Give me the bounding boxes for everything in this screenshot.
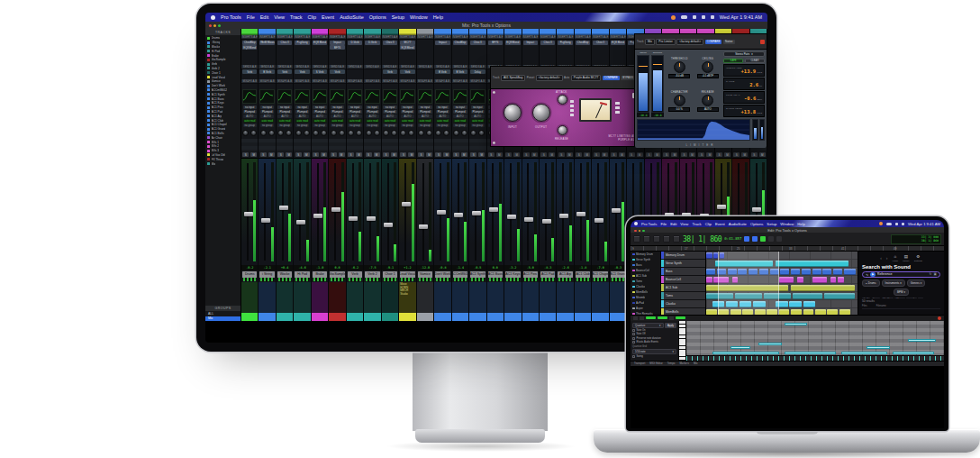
release-knob[interactable] [558, 125, 567, 135]
record-button[interactable] [776, 236, 782, 242]
eq-curve-thumbnail[interactable] [313, 89, 327, 104]
mute-button[interactable]: M [706, 152, 712, 157]
insert-slot[interactable] [295, 55, 309, 60]
secondary-counter[interactable]: 0:41.857 [724, 237, 741, 242]
play-reference-button[interactable]: ▶ [870, 272, 876, 278]
solo-button[interactable]: S [646, 152, 652, 157]
track-name-plate[interactable]: Drums [242, 271, 257, 278]
drums-filter-button[interactable]: ≡Drums [862, 279, 880, 287]
comments-block[interactable] [434, 282, 450, 313]
meter-mode-buttons[interactable] [615, 102, 620, 114]
audio-clip[interactable] [822, 269, 831, 275]
track-header[interactable]: AC1 Sub [661, 284, 705, 292]
pan-knob-right[interactable] [408, 130, 414, 136]
fader-handle[interactable] [402, 202, 411, 206]
mute-button[interactable]: M [724, 152, 730, 157]
insert-slot[interactable] [488, 55, 503, 60]
track-color-header[interactable] [294, 29, 310, 35]
output-assignment[interactable]: Plumped [348, 110, 361, 114]
midi-clip-badge[interactable] [658, 316, 667, 320]
control-center-icon[interactable] [902, 223, 904, 225]
pan-knob-left[interactable] [366, 130, 372, 136]
menu-item[interactable]: Event [715, 222, 725, 226]
solo-button[interactable]: S [663, 152, 669, 157]
pan-knob-right[interactable] [443, 130, 449, 136]
knob-value[interactable]: 0.0 % [668, 107, 690, 112]
pan-knob-left[interactable] [453, 130, 459, 136]
fader-handle[interactable] [576, 212, 585, 216]
send-slot[interactable]: Verb [295, 69, 309, 74]
solo-button[interactable]: S [418, 152, 424, 157]
fader-handle[interactable] [717, 205, 726, 209]
knob-value[interactable]: -0.1 dBTP [697, 74, 719, 78]
comments-block[interactable] [452, 282, 468, 313]
insert-slot[interactable] [259, 45, 274, 50]
insert-slot[interactable] [470, 45, 485, 50]
track-color-header[interactable] [347, 29, 363, 35]
window-traffic-lights[interactable] [209, 24, 221, 27]
solo-button[interactable]: S [313, 152, 319, 157]
input-assignment[interactable]: no input [277, 105, 291, 110]
track-name-plate[interactable]: Lead Vocal [400, 271, 414, 278]
track-color-header[interactable] [382, 29, 398, 35]
mute-button[interactable]: M [304, 152, 310, 157]
solo-button[interactable]: S [260, 152, 267, 157]
smart-tool-icon[interactable] [673, 235, 680, 243]
send-slot[interactable] [295, 84, 309, 88]
comments-block[interactable] [364, 282, 380, 313]
input-knob[interactable] [504, 104, 522, 122]
audio-clip[interactable] [833, 269, 842, 275]
insert-slot[interactable] [488, 45, 503, 50]
menu-item[interactable]: Track [290, 14, 303, 20]
pan-knob-left[interactable] [331, 130, 337, 136]
audio-clip[interactable] [844, 269, 856, 275]
trim-tool-icon[interactable] [643, 235, 650, 243]
insert-slot[interactable] [330, 50, 344, 55]
input-assignment[interactable]: no input [313, 105, 326, 110]
solo-button[interactable]: S [576, 152, 582, 157]
send-slot[interactable] [365, 84, 379, 88]
audio-clip[interactable] [706, 277, 712, 283]
midi-note[interactable] [730, 346, 751, 349]
knob-value[interactable]: -8.0 dB [668, 74, 690, 78]
audio-clip[interactable] [830, 277, 837, 283]
output-assignment[interactable]: Plumped [401, 110, 414, 114]
status-item[interactable]: MIDI Editor [649, 362, 662, 365]
menu-item[interactable]: Pro Tools [221, 14, 241, 20]
send-slot[interactable]: Verb [330, 69, 344, 74]
comments-block[interactable]: Move HORN MECH Studio [399, 282, 415, 313]
battery-icon[interactable] [886, 223, 892, 225]
comments-block[interactable] [610, 282, 626, 313]
input-assignment[interactable]: no input [295, 105, 309, 110]
output-assignment[interactable]: Plumped [436, 110, 449, 114]
eq-curve-thumbnail[interactable] [470, 89, 485, 104]
pan-knob-left[interactable] [435, 130, 441, 136]
timeline-selection[interactable] [718, 252, 778, 315]
automation-mode[interactable]: auto read [418, 119, 431, 124]
solo-button[interactable]: S [523, 152, 530, 157]
bpm-filter-button[interactable]: BPM▾ [894, 289, 909, 296]
midi-note[interactable] [712, 352, 779, 354]
menu-item[interactable]: View [274, 14, 285, 20]
insert-slot[interactable]: BF76 [330, 45, 344, 50]
audio-clip[interactable] [812, 269, 821, 275]
insert-slot[interactable] [277, 55, 292, 60]
parameter-knob[interactable] [702, 61, 713, 73]
plugin-track-selector[interactable]: A01 SpeakBag [501, 75, 525, 81]
audio-clip[interactable] [776, 261, 848, 267]
insert-slot[interactable] [453, 45, 467, 50]
attack-knob[interactable] [558, 95, 567, 105]
track-name-plate[interactable]: AC1 Club [576, 271, 590, 278]
insert-slot[interactable]: Chex II [470, 41, 485, 45]
insert-slot[interactable] [558, 55, 572, 60]
insert-slot[interactable] [523, 55, 538, 60]
insert-slot[interactable] [259, 55, 274, 60]
track-header-name[interactable]: Verse Synth [664, 260, 705, 267]
insert-slot[interactable] [593, 50, 607, 55]
insert-slot[interactable] [435, 55, 449, 60]
menu-item[interactable]: Pro Tools [641, 222, 657, 226]
fader-handle[interactable] [331, 207, 340, 212]
selector-tool-icon[interactable] [653, 235, 660, 243]
pan-knob-left[interactable] [470, 130, 476, 136]
ratio-buttons[interactable] [570, 100, 574, 116]
